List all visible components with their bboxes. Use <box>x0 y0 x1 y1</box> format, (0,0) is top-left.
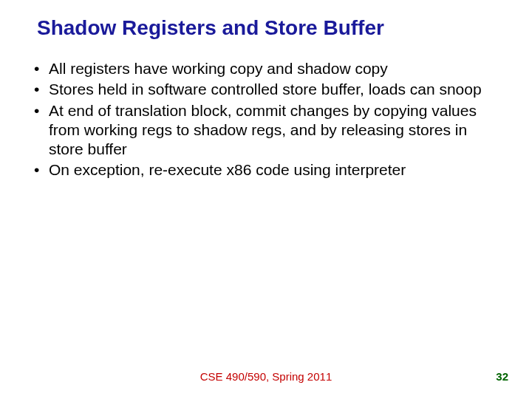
bullet-list: All registers have working copy and shad… <box>30 59 502 180</box>
list-item: On exception, re-execute x86 code using … <box>30 160 502 180</box>
list-item: At end of translation block, commit chan… <box>30 101 502 160</box>
list-item: Stores held in software controlled store… <box>30 80 502 99</box>
list-item: All registers have working copy and shad… <box>30 59 502 78</box>
page-number: 32 <box>496 370 508 383</box>
slide-title: Shadow Registers and Store Buffer <box>37 16 502 40</box>
footer-course: CSE 490/590, Spring 2011 <box>0 370 532 383</box>
